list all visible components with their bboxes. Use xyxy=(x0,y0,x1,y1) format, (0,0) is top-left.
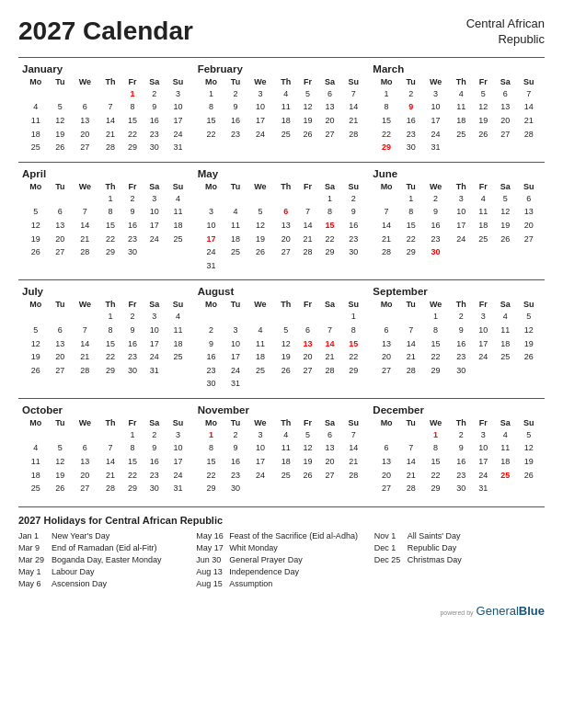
calendar-day: 24 xyxy=(143,350,166,364)
calendar-day: 31 xyxy=(166,141,190,154)
calendar-day: 5 xyxy=(517,428,541,442)
calendar-day: 24 xyxy=(473,350,494,364)
calendar-day xyxy=(318,377,341,391)
day-header: Sa xyxy=(494,417,517,428)
calendar-day: 13 xyxy=(373,455,400,469)
day-header: We xyxy=(71,417,98,428)
calendar-day: 9 xyxy=(143,441,166,455)
calendar-day: 16 xyxy=(341,219,365,233)
calendar-day: 18 xyxy=(450,114,473,128)
calendar-day: 12 xyxy=(247,219,274,233)
calendar-day: 14 xyxy=(98,455,121,469)
calendar-day: 16 xyxy=(143,114,166,128)
calendar-day: 22 xyxy=(421,469,449,483)
calendar-week-row: 24252627282930 xyxy=(198,245,366,259)
calendar-day: 17 xyxy=(166,114,190,128)
calendar-day: 4 xyxy=(22,100,50,114)
calendar-week-row: 3456789 xyxy=(198,205,366,219)
day-header: Mo xyxy=(198,76,225,87)
calendar-day xyxy=(71,87,98,101)
calendar-day: 11 xyxy=(22,114,50,128)
holiday-name: Feast of the Sacrifice (Eid al-Adha) xyxy=(229,531,358,540)
calendar-day: 8 xyxy=(122,441,144,455)
holiday-name: Independence Day xyxy=(229,567,299,576)
holiday-item: Jun 30General Prayer Day xyxy=(196,555,366,564)
calendar-day: 18 xyxy=(274,114,297,128)
calendar-day: 4 xyxy=(274,428,297,442)
holiday-name: New Year's Day xyxy=(52,531,109,540)
holiday-date: May 17 xyxy=(196,543,225,552)
holiday-item: Aug 15Assumption xyxy=(196,579,366,588)
calendar-day: 10 xyxy=(450,205,473,219)
day-header: Su xyxy=(166,417,190,428)
calendar-day: 15 xyxy=(98,337,121,351)
calendar-day xyxy=(318,310,341,324)
day-header: Sa xyxy=(494,299,517,310)
calendar-day: 27 xyxy=(71,482,98,495)
calendar-table-june: MoTuWeThFrSaSu12345678910111213141516171… xyxy=(373,181,541,259)
calendar-day xyxy=(274,377,297,391)
calendar-day: 6 xyxy=(71,441,98,455)
calendar-day: 2 xyxy=(224,428,247,442)
calendar-day xyxy=(224,192,247,206)
holiday-column-1: May 16Feast of the Sacrifice (Eid al-Adh… xyxy=(196,531,366,591)
calendar-day: 31 xyxy=(473,482,494,495)
calendar-day: 5 xyxy=(50,441,72,455)
calendar-week-row: 18192021222324 xyxy=(22,469,190,483)
month-name-may: May xyxy=(198,168,366,179)
calendar-day: 13 xyxy=(373,337,400,351)
holiday-item: May 1Labour Day xyxy=(18,567,189,576)
calendar-day xyxy=(517,141,541,154)
day-header: Fr xyxy=(473,181,494,192)
calendar-day: 8 xyxy=(421,441,449,455)
calendar-week-row: 19202122232425 xyxy=(22,233,190,246)
calendar-day: 1 xyxy=(198,428,225,442)
day-header: Su xyxy=(166,181,190,192)
calendar-day: 22 xyxy=(373,128,400,142)
calendar-day: 21 xyxy=(341,455,365,469)
calendar-day: 12 xyxy=(494,205,517,219)
day-header: Th xyxy=(274,76,297,87)
calendar-day: 21 xyxy=(98,469,121,483)
calendar-week-row: 567891011 xyxy=(22,324,190,337)
calendar-day: 30 xyxy=(143,141,166,154)
calendar-day: 24 xyxy=(450,233,473,246)
calendar-day: 17 xyxy=(450,219,473,233)
page-title: 2027 Calendar xyxy=(18,17,193,46)
calendar-day: 24 xyxy=(143,233,166,246)
holiday-name: General Prayer Day xyxy=(229,555,303,564)
calendar-day: 25 xyxy=(166,233,190,246)
calendar-day: 22 xyxy=(122,128,144,142)
holidays-grid: Jan 1New Year's DayMar 9End of Ramadan (… xyxy=(18,531,545,591)
calendar-day: 24 xyxy=(166,469,190,483)
calendar-day: 7 xyxy=(373,205,400,219)
calendar-day xyxy=(224,259,247,273)
calendar-week-row: 123 xyxy=(22,87,190,101)
month-block-august: AugustMoTuWeThFrSaSu12345678910111213141… xyxy=(194,279,370,398)
calendar-day: 11 xyxy=(274,100,297,114)
calendar-day: 25 xyxy=(166,350,190,364)
calendar-day: 19 xyxy=(517,337,541,351)
calendar-day xyxy=(166,364,190,378)
calendar-day xyxy=(274,192,297,206)
calendar-day: 25 xyxy=(247,364,274,378)
calendar-day: 17 xyxy=(166,455,190,469)
calendar-day xyxy=(373,428,400,442)
calendar-day xyxy=(297,310,318,324)
holidays-title: 2027 Holidays for Central African Republ… xyxy=(18,515,545,526)
calendar-day: 10 xyxy=(166,100,190,114)
calendar-day: 25 xyxy=(22,141,50,154)
day-header: We xyxy=(421,76,449,87)
calendar-day: 17 xyxy=(224,350,247,364)
calendar-day: 27 xyxy=(373,482,400,495)
day-header: Mo xyxy=(373,76,400,87)
day-header: Su xyxy=(341,417,365,428)
calendar-day: 21 xyxy=(71,350,98,364)
calendar-day: 4 xyxy=(274,87,297,101)
holiday-date: Mar 29 xyxy=(18,555,48,564)
calendar-day: 21 xyxy=(400,469,422,483)
calendar-week-row: 17181920212223 xyxy=(198,233,366,246)
calendar-day: 8 xyxy=(318,205,341,219)
calendar-day: 30 xyxy=(198,377,225,391)
calendar-day: 3 xyxy=(166,87,190,101)
